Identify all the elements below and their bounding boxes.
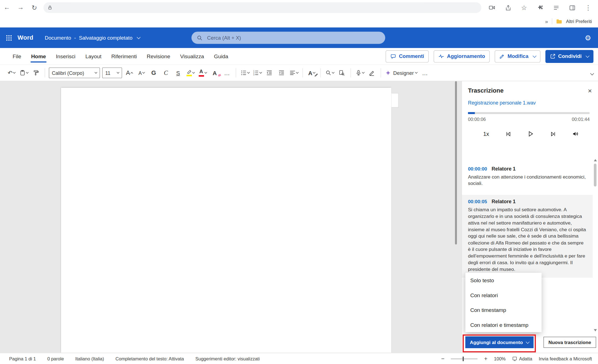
menu-item-solo-testo[interactable]: Solo testo [465,273,541,288]
zoom-in-button[interactable]: + [484,355,487,362]
tab-visualizza[interactable]: Visualizza [175,48,209,64]
scrollbar-thumb[interactable] [594,164,597,187]
playback-speed-button[interactable]: 1x [483,131,489,137]
dictate-button[interactable] [353,67,366,78]
numbered-list-button[interactable]: 123 [251,67,263,78]
updates-button[interactable]: Aggiornamento [434,50,490,62]
menu-item-con-relatori[interactable]: Con relatori [465,287,541,302]
search-input[interactable] [206,35,380,41]
tab-home[interactable]: Home [26,48,51,64]
page-count[interactable]: Pagina 1 di 1 [9,356,36,361]
audio-progress-bar[interactable] [468,112,590,114]
browser-menu-icon[interactable]: ⋮ [581,1,595,15]
close-icon[interactable]: × [588,87,592,94]
volume-icon[interactable] [572,130,579,137]
italic-button[interactable]: C [160,67,172,78]
transcript-entry[interactable]: 00:00:00 Relatore 1 Analizzare con atten… [462,162,593,192]
document-page[interactable] [61,88,391,353]
editor-suggestions-status[interactable]: Suggerimenti editor: visualizzati [195,356,260,361]
app-name[interactable]: Word [17,34,33,41]
entry-text[interactable]: Si chiama un impatto sul settore automot… [468,207,587,273]
paste-button[interactable] [17,67,30,78]
zoom-out-button[interactable]: − [441,355,444,362]
scroll-down-arrow-icon[interactable] [594,329,597,331]
grow-font-button[interactable]: A [123,67,135,78]
document-title[interactable]: Documento [45,35,71,41]
save-status[interactable]: Salvataggio completato [79,35,133,41]
share-button[interactable]: Condividi [545,50,594,63]
bookmarks-overflow-icon[interactable]: » [545,18,548,24]
skip-back-icon[interactable] [505,131,511,137]
tab-layout[interactable]: Layout [80,48,106,64]
scroll-up-arrow-icon[interactable] [594,159,597,161]
editor-button[interactable] [366,67,378,78]
entry-timestamp[interactable]: 00:00:05 [468,199,487,204]
text-completion-status[interactable]: Completamento del testo: Attivata [116,356,184,361]
browser-reload-button[interactable]: ↻ [27,1,41,15]
comments-button[interactable]: Commenti [386,50,429,62]
language-indicator[interactable]: Italiano (Italia) [75,356,104,361]
menu-item-con-relatori-e-timestamp[interactable]: Con relatori e timestamp [465,317,541,332]
play-icon[interactable] [527,130,534,137]
styles-button[interactable]: A [306,67,318,78]
tab-guida[interactable]: Guida [209,48,233,64]
share-icon[interactable] [501,1,515,15]
tab-inserisci[interactable]: Inserisci [51,48,80,64]
add-to-document-button[interactable]: Aggiungi al documento [465,336,533,348]
tab-riferimenti[interactable]: Riferimenti [106,48,142,64]
edit-mode-button[interactable]: Modifica [495,50,540,62]
underline-button[interactable]: S [172,67,184,78]
new-transcription-button[interactable]: Nuova trascrizione [543,337,596,348]
shrink-font-button[interactable]: A [135,67,147,78]
transcript-entry-selected[interactable]: 00:00:05 Relatore 1 Si chiama un impatto… [462,195,593,278]
undo-button[interactable]: ↶ [5,67,17,78]
entry-text[interactable]: Analizzare con attenzione i condizioname… [468,174,587,187]
zoom-level[interactable]: 100% [494,356,506,361]
browser-forward-button[interactable]: → [14,1,28,15]
alignment-button[interactable] [287,67,300,78]
font-size-select[interactable]: 11 [102,67,122,78]
bold-button[interactable]: G [147,67,160,78]
bookmarks-folder-label[interactable]: Altri Preferiti [566,19,592,24]
fit-button[interactable]: Adatta [512,356,532,361]
side-panel-icon[interactable] [565,1,579,15]
designer-button[interactable]: Designer [384,67,419,78]
find-button[interactable] [324,67,336,78]
browser-back-button[interactable]: ← [0,1,14,15]
comments-label: Commenti [399,54,424,59]
find-replace-button[interactable] [336,67,348,78]
camera-icon[interactable] [485,1,499,15]
increase-indent-button[interactable] [275,67,287,78]
feedback-link[interactable]: Invia feedback a Microsoft [539,356,592,361]
menu-item-con-timestamp[interactable]: Con timestamp [465,302,541,317]
app-launcher-waffle-icon[interactable] [0,35,17,41]
reading-list-icon[interactable] [549,1,563,15]
decrease-indent-button[interactable] [263,67,275,78]
entry-timestamp[interactable]: 00:00:00 [468,166,487,172]
tab-revisione[interactable]: Revisione [142,48,175,64]
toolbar-overflow-button[interactable]: … [419,67,431,78]
bullet-list-button[interactable] [239,67,251,78]
clear-formatting-button[interactable]: A [209,67,221,78]
skip-forward-icon[interactable] [550,131,556,137]
extensions-puzzle-icon[interactable] [533,1,547,15]
save-status-chevron-icon[interactable] [137,35,141,39]
font-name-select[interactable]: Calibri (Corpo) [49,67,100,78]
search-bar[interactable] [192,32,385,44]
more-font-options-button[interactable]: … [221,67,233,78]
recording-file-link[interactable]: Registrazione personale 1.wav [468,100,592,106]
font-color-button[interactable]: A [196,67,208,78]
zoom-slider[interactable] [451,358,478,359]
settings-gear-icon[interactable]: ⚙ [585,33,591,42]
transcript-scrollbar[interactable] [593,157,598,333]
format-painter-button[interactable] [30,67,42,78]
highlight-color-button[interactable] [184,67,196,78]
comment-stub[interactable] [391,93,398,108]
document-scrollbar[interactable] [455,81,457,245]
collapse-ribbon-button[interactable] [589,69,594,76]
address-bar[interactable] [44,2,481,13]
zoom-slider-thumb[interactable] [463,357,464,361]
word-count[interactable]: 0 parole [47,356,64,361]
tab-file[interactable]: File [8,48,26,64]
bookmark-star-icon[interactable]: ☆ [517,1,531,15]
